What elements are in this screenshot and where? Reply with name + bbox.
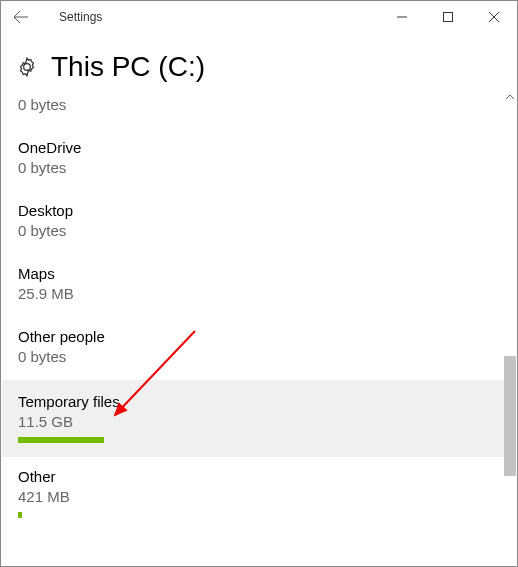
storage-item-desktop[interactable]: Desktop 0 bytes (18, 191, 500, 254)
storage-item-other[interactable]: Other 421 MB (18, 457, 500, 532)
close-icon (489, 12, 499, 22)
storage-bar (18, 437, 104, 443)
minimize-icon (397, 12, 407, 22)
storage-list: Mail 0 bytes OneDrive 0 bytes Desktop 0 … (2, 91, 516, 532)
maximize-button[interactable] (425, 1, 471, 33)
scroll-up-button[interactable] (504, 91, 516, 103)
page-header: This PC (C:) (1, 33, 517, 91)
window-controls (379, 1, 517, 33)
storage-item-name: Other (18, 467, 500, 487)
storage-item-size: 11.5 GB (18, 412, 500, 432)
svg-rect-0 (444, 13, 453, 22)
storage-item-name: OneDrive (18, 138, 500, 158)
storage-item-maps[interactable]: Maps 25.9 MB (18, 254, 500, 317)
storage-item-name: Desktop (18, 201, 500, 221)
scrollbar[interactable] (504, 91, 516, 565)
storage-item-mail[interactable]: Mail 0 bytes (18, 91, 500, 128)
storage-item-size: 0 bytes (18, 95, 500, 115)
titlebar: Settings (1, 1, 517, 33)
storage-item-size: 421 MB (18, 487, 500, 507)
storage-item-size: 0 bytes (18, 158, 500, 178)
storage-item-onedrive[interactable]: OneDrive 0 bytes (18, 128, 500, 191)
back-arrow-icon (13, 9, 29, 25)
storage-item-name: Maps (18, 264, 500, 284)
storage-item-other-people[interactable]: Other people 0 bytes (18, 317, 500, 380)
chevron-up-icon (506, 93, 514, 101)
close-button[interactable] (471, 1, 517, 33)
page-title: This PC (C:) (51, 51, 205, 83)
minimize-button[interactable] (379, 1, 425, 33)
gear-icon (17, 57, 37, 77)
scroll-thumb[interactable] (504, 356, 516, 476)
storage-item-size: 25.9 MB (18, 284, 500, 304)
content-scroll-area: Mail 0 bytes OneDrive 0 bytes Desktop 0 … (2, 91, 516, 565)
maximize-icon (443, 12, 453, 22)
storage-bar (18, 512, 22, 518)
back-button[interactable] (1, 1, 41, 33)
storage-item-temporary-files[interactable]: Temporary files 11.5 GB (2, 380, 516, 457)
storage-item-size: 0 bytes (18, 347, 500, 367)
storage-item-name: Other people (18, 327, 500, 347)
storage-item-size: 0 bytes (18, 221, 500, 241)
window-title: Settings (59, 10, 102, 24)
storage-item-name: Temporary files (18, 392, 500, 412)
